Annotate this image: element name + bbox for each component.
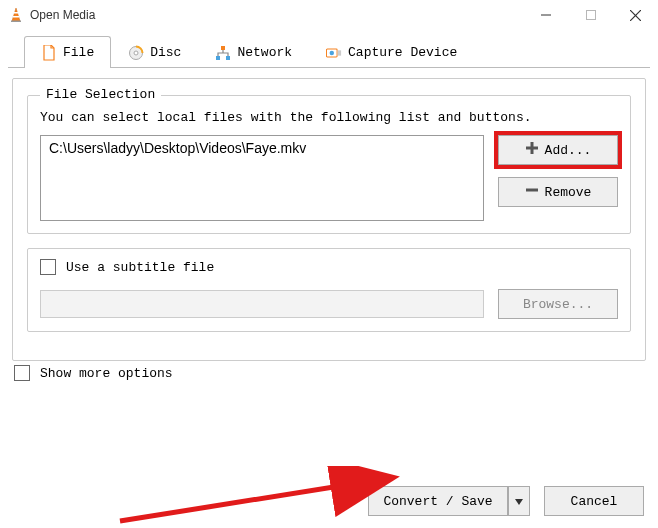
network-icon [215,45,231,61]
tab-capture[interactable]: Capture Device [309,36,474,68]
svg-marker-0 [12,8,20,21]
footer-options: Show more options [14,365,644,381]
add-button-label: Add... [545,143,592,158]
tab-disc-label: Disc [150,45,181,60]
browse-button: Browse... [498,289,618,319]
file-icon [41,45,57,61]
chevron-down-icon [515,494,523,509]
window-title: Open Media [30,8,95,22]
svg-rect-11 [216,56,220,60]
show-more-label: Show more options [40,366,173,381]
maximize-button[interactable] [568,0,613,30]
window-controls [523,0,658,30]
close-button[interactable] [613,0,658,30]
add-button[interactable]: Add... [498,135,618,165]
minimize-button[interactable] [523,0,568,30]
titlebar: Open Media [0,0,658,30]
subtitle-group: Use a subtitle file Browse... [27,248,631,332]
svg-line-21 [120,478,390,521]
annotation-arrow-icon [110,466,410,526]
file-selection-hint: You can select local files with the foll… [40,110,618,125]
tab-file-label: File [63,45,94,60]
subtitle-checkbox[interactable] [40,259,56,275]
svg-rect-12 [226,56,230,60]
show-more-checkbox[interactable] [14,365,30,381]
svg-rect-1 [14,12,19,14]
plus-icon [525,141,539,159]
dialog-buttons: Convert / Save Cancel [368,486,644,516]
vlc-cone-icon [8,7,24,23]
svg-rect-15 [338,50,342,55]
tab-capture-label: Capture Device [348,45,457,60]
subtitle-path-input [40,290,484,318]
svg-point-14 [330,50,334,54]
subtitle-label: Use a subtitle file [66,260,214,275]
remove-button-label: Remove [545,185,592,200]
remove-button[interactable]: Remove [498,177,618,207]
svg-rect-2 [13,16,19,18]
tab-content: File Selection You can select local file… [12,78,646,361]
capture-icon [326,45,342,61]
svg-rect-5 [586,11,595,20]
convert-save-label: Convert / Save [383,494,492,509]
browse-button-label: Browse... [523,297,593,312]
cancel-label: Cancel [571,494,618,509]
tab-network-label: Network [237,45,292,60]
file-selection-group: File Selection You can select local file… [27,95,631,234]
svg-rect-3 [11,21,21,23]
convert-save-dropdown[interactable] [508,486,530,516]
minus-icon [525,183,539,201]
convert-save-button[interactable]: Convert / Save [368,486,508,516]
tab-disc[interactable]: Disc [111,36,198,68]
file-list[interactable]: C:\Users\ladyy\Desktop\Videos\Faye.mkv [40,135,484,221]
file-list-item[interactable]: C:\Users\ladyy\Desktop\Videos\Faye.mkv [49,140,475,156]
cancel-button[interactable]: Cancel [544,486,644,516]
svg-rect-10 [221,46,225,50]
convert-save-split-button: Convert / Save [368,486,530,516]
svg-point-9 [134,51,138,55]
file-selection-legend: File Selection [40,87,161,102]
tab-network[interactable]: Network [198,36,309,68]
disc-icon [128,45,144,61]
tab-file[interactable]: File [24,36,111,68]
source-tabs: File Disc Network Capture Device [0,36,658,68]
svg-marker-19 [515,499,523,505]
